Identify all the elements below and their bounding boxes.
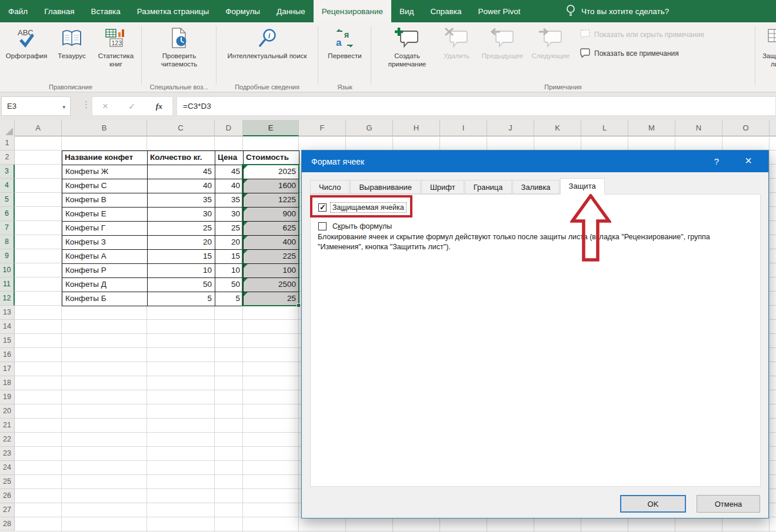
ribbon-tab-Вид[interactable]: Вид [391,0,422,22]
show-all-comments-button[interactable]: Показать все примечания [579,47,704,60]
table-cell[interactable]: Конфеты С [62,179,148,193]
ribbon-tab-Формулы[interactable]: Формулы [217,0,268,22]
insert-function-icon[interactable]: fx [156,102,162,111]
row-header-26[interactable]: 26 [0,489,15,503]
dialog-title-bar[interactable]: Формат ячеек [302,150,768,172]
table-cell[interactable]: Конфеты В [62,193,148,208]
column-header-J[interactable]: J [487,120,534,136]
row-header-20[interactable]: 20 [0,404,15,419]
enter-icon[interactable]: ✓ [128,101,136,112]
row-header-5[interactable]: 5 [0,193,15,207]
row-header-3[interactable]: 3 [0,165,15,179]
table-cell[interactable]: 35 [148,193,215,208]
ribbon-tab-Главная[interactable]: Главная [36,0,82,22]
table-cell[interactable]: 45 [215,165,244,179]
tell-me-search[interactable]: Что вы хотите сделать? [566,0,669,22]
ribbon-tab-Файл[interactable]: Файл [0,0,36,22]
formula-input[interactable]: =C3*D3 [176,96,776,116]
name-box-dropdown-icon[interactable]: ▾ [62,104,65,110]
cancel-icon[interactable]: × [102,101,108,112]
table-cell[interactable]: 5 [215,292,244,306]
table-cell[interactable]: 15 [148,250,215,264]
table-cell[interactable]: Конфеты Ж [62,165,148,179]
row-header-18[interactable]: 18 [0,376,15,390]
row-header-4[interactable]: 4 [0,179,15,193]
table-cell[interactable]: Конфеты А [62,250,148,264]
dialog-tab-Граница[interactable]: Граница [465,180,512,194]
column-header-E[interactable]: E [243,120,299,136]
workbook-statistics-button[interactable]: 123 Статистика книг [92,24,140,77]
column-header-D[interactable]: D [215,120,243,136]
thesaurus-button[interactable]: Тезаурус [52,24,92,77]
ribbon-tab-Рецензирование[interactable]: Рецензирование [314,0,391,22]
table-cell[interactable]: 15 [215,250,244,264]
dialog-tab-Заливка[interactable]: Заливка [512,180,559,194]
row-header-12[interactable]: 12 [0,292,15,306]
table-cell[interactable]: 50 [148,278,215,292]
hidden-checkbox[interactable] [318,222,327,230]
table-cell[interactable]: 2500 [244,278,299,292]
ribbon-tab-Разметка страницы[interactable]: Разметка страницы [129,0,217,22]
row-header-25[interactable]: 25 [0,475,15,489]
ok-button[interactable]: OK [620,495,686,513]
row-header-6[interactable]: 6 [0,207,15,221]
dialog-tab-Шрифт[interactable]: Шрифт [421,180,464,194]
table-cell[interactable]: 10 [148,264,215,278]
ribbon-tab-Вставка[interactable]: Вставка [83,0,129,22]
row-header-14[interactable]: 14 [0,320,15,334]
column-header-H[interactable]: H [393,120,440,136]
more-options-icon[interactable]: ⋮ [82,99,91,110]
table-cell[interactable]: 100 [244,264,299,278]
spelling-button[interactable]: ABC Орфография [1,24,52,77]
table-cell[interactable]: Конфеты Р [62,264,148,278]
new-comment-button[interactable]: Создать примечание [379,24,435,77]
column-header-G[interactable]: G [346,120,393,136]
table-cell[interactable]: 10 [215,264,244,278]
table-cell[interactable]: 50 [215,278,244,292]
locked-checkbox-row[interactable]: Защищаемая ячейка [318,203,406,212]
table-cell[interactable]: 40 [215,179,244,193]
previous-comment-button[interactable]: Предыдущее [478,24,527,77]
dialog-tab-Число[interactable]: Число [310,180,349,194]
row-header-9[interactable]: 9 [0,249,15,263]
name-box[interactable]: E3 ▾ [1,96,71,116]
table-cell[interactable]: 900 [244,208,299,222]
translate-button[interactable]: яa Перевести [320,24,369,77]
dialog-tab-Выравнивание[interactable]: Выравнивание [350,180,420,194]
row-header-21[interactable]: 21 [0,419,15,433]
cancel-button[interactable]: Отмена [697,495,760,513]
protect-sheet-button[interactable]: Защитить лист [757,24,776,77]
row-header-27[interactable]: 27 [0,503,15,517]
select-all-corner[interactable] [0,120,15,136]
column-header-C[interactable]: C [147,120,215,136]
row-header-7[interactable]: 7 [0,221,15,235]
table-cell[interactable]: 40 [148,179,215,193]
row-header-15[interactable]: 15 [0,334,15,348]
row-header-23[interactable]: 23 [0,447,15,461]
column-header-B[interactable]: B [62,120,147,136]
table-cell[interactable]: Конфеты З [62,236,148,250]
table-cell[interactable]: Конфеты Е [62,208,148,222]
row-header-10[interactable]: 10 [0,263,15,277]
table-cell[interactable]: Конфеты Г [62,222,148,236]
table-cell[interactable]: 1600 [244,179,299,193]
table-cell[interactable]: 35 [215,193,244,208]
column-header-K[interactable]: K [534,120,581,136]
row-header-28[interactable]: 28 [0,517,15,531]
dialog-help-button[interactable]: ? [705,150,728,172]
check-accessibility-button[interactable]: Проверить читаемость [145,24,214,77]
ribbon-tab-Power Pivot[interactable]: Power Pivot [469,0,528,22]
row-header-2[interactable]: 2 [0,150,15,165]
row-header-17[interactable]: 17 [0,362,15,376]
show-hide-comment-button[interactable]: Показать или скрыть примечание [579,28,704,41]
table-cell[interactable]: 5 [148,292,215,306]
table-cell[interactable]: 30 [148,208,215,222]
row-header-16[interactable]: 16 [0,348,15,362]
dialog-tab-Защита[interactable]: Защита [560,178,605,195]
table-cell[interactable]: 625 [244,222,299,236]
row-header-24[interactable]: 24 [0,461,15,475]
table-cell[interactable]: 400 [244,236,299,250]
table-cell[interactable]: Конфеты Д [62,278,148,292]
column-header-L[interactable]: L [581,120,628,136]
row-header-19[interactable]: 19 [0,390,15,404]
